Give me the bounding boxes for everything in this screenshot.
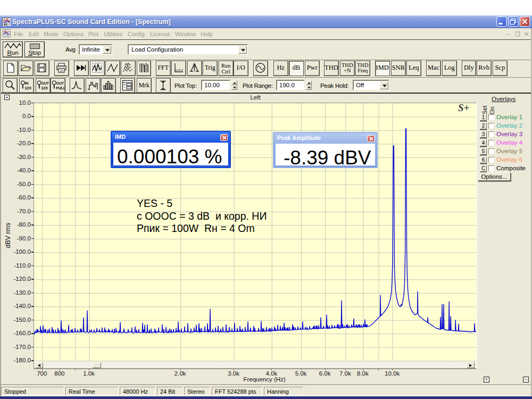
svg-text:FULL: FULL	[56, 86, 65, 90]
svg-text:IN: IN	[25, 81, 29, 85]
svg-text:12X: 12X	[41, 86, 48, 90]
svg-text:OUT: OUT	[56, 81, 64, 85]
svg-text:SC: SC	[4, 22, 9, 26]
svg-text:OUT: OUT	[41, 81, 49, 85]
svg-text:12X: 12X	[24, 86, 31, 90]
